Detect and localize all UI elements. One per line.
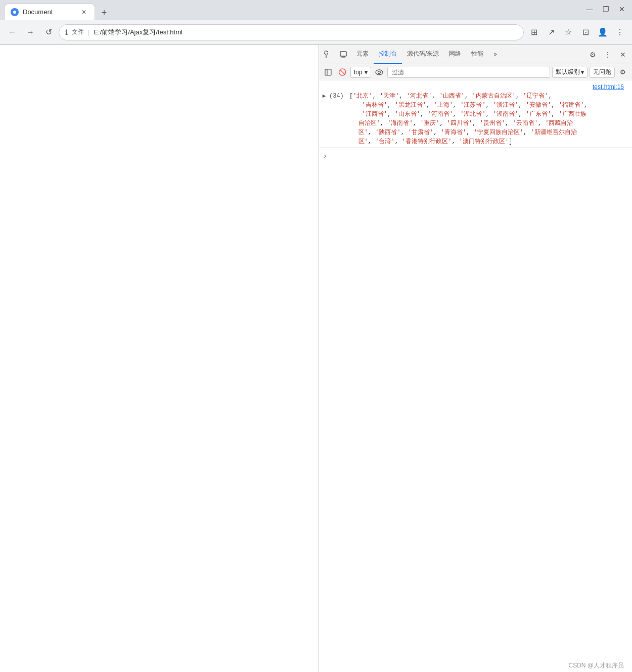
console-string-jiangsu: '江苏省' xyxy=(460,102,485,109)
sidebar-toggle-button[interactable]: ⊡ xyxy=(577,24,594,40)
console-string-gansu: '甘肃省' xyxy=(408,129,433,136)
console-string-taiwan: '台湾' xyxy=(375,138,394,145)
svg-point-9 xyxy=(378,71,380,73)
console-filter-input[interactable] xyxy=(387,67,550,78)
close-window-button[interactable]: ✕ xyxy=(616,3,628,15)
address-url: E:/前端学习/Ajax复习/test.html xyxy=(94,28,183,37)
devtools-settings-button[interactable]: ⚙ xyxy=(585,48,600,62)
console-string-shanxi: '山西省' xyxy=(439,93,465,100)
tab-title: Document xyxy=(23,8,53,16)
browser-tab[interactable]: Document ✕ xyxy=(4,4,95,20)
console-string-shaanxi: '陕西省' xyxy=(375,129,400,136)
console-output: test.html:16 ▶ (34) ['北京', '天津', '河北省', … xyxy=(319,80,632,672)
console-string-hubei: '湖北省' xyxy=(460,111,485,118)
console-string-sichuan: '四川省' xyxy=(447,120,472,127)
console-string-jiangxi: '江西省' xyxy=(362,111,387,118)
console-string-shanghai: '上海' xyxy=(433,102,453,109)
second-arrow-row: › xyxy=(319,148,632,164)
bookmark-button[interactable]: ☆ xyxy=(560,24,576,40)
address-bar[interactable]: ℹ 文件 | E:/前端学习/Ajax复习/test.html xyxy=(59,24,524,40)
devtools-more-vert-button[interactable]: ⋮ xyxy=(601,48,615,62)
console-string-beijing: '北京' xyxy=(353,93,372,100)
svg-rect-5 xyxy=(342,57,345,58)
tab-favicon xyxy=(11,8,19,16)
console-level-selector[interactable]: 默认级别 ▾ xyxy=(552,67,588,78)
console-string-jilin: '吉林省' xyxy=(362,102,387,109)
console-string-guizhou: '贵州省' xyxy=(480,120,505,127)
console-string-tianjin: '天津' xyxy=(380,93,399,100)
devtools-select-icon[interactable] xyxy=(321,48,335,62)
devtools-panel: 元素 控制台 源代码/来源 网络 性能 » ⚙ ⋮ xyxy=(319,45,632,672)
console-eye-button[interactable] xyxy=(373,66,385,78)
toolbar-bar: ← → ↺ ℹ 文件 | E:/前端学习/Ajax复习/test.html ⊞ … xyxy=(0,20,632,44)
tab-console[interactable]: 控制台 xyxy=(374,45,402,64)
console-string-neimenggu: '内蒙古自治区' xyxy=(472,93,515,100)
console-context-selector[interactable]: top ▾ xyxy=(350,67,371,78)
address-info-icon: ℹ xyxy=(65,28,68,36)
console-string-yunnan: '云南省' xyxy=(512,120,537,127)
restore-button[interactable]: ❐ xyxy=(600,3,612,15)
dropdown-arrow-icon: ▾ xyxy=(365,69,368,76)
svg-rect-2 xyxy=(325,51,328,54)
refresh-button[interactable]: ↺ xyxy=(40,24,57,40)
console-expand-arrow[interactable]: ▶ xyxy=(319,92,329,99)
back-button[interactable]: ← xyxy=(4,24,20,40)
footer-text: CSDN @人才程序员 xyxy=(568,662,624,669)
level-dropdown-icon: ▾ xyxy=(581,69,584,76)
svg-rect-6 xyxy=(325,69,331,75)
console-source-link[interactable]: test.html:16 xyxy=(319,82,632,91)
svg-point-8 xyxy=(376,70,383,75)
forward-button[interactable]: → xyxy=(22,24,38,40)
translate-button[interactable]: ⊞ xyxy=(526,24,542,40)
tab-sources[interactable]: 源代码/来源 xyxy=(402,45,444,64)
browser-footer: CSDN @人才程序员 xyxy=(560,659,632,672)
console-count: (34) xyxy=(329,93,344,100)
console-string-anhui: '安徽省' xyxy=(526,102,551,109)
address-file-label: 文件 xyxy=(72,28,84,36)
console-string-henan: '河南省' xyxy=(427,111,453,118)
console-issues-button[interactable]: 无问题 xyxy=(590,67,615,78)
console-toolbar: 🚫 top ▾ 默认级别 ▾ 无问题 ⚙ xyxy=(319,64,632,80)
tab-elements[interactable]: 元素 xyxy=(351,45,374,64)
console-entry: ▶ (34) ['北京', '天津', '河北省', '山西省', '内蒙古自治… xyxy=(319,91,632,148)
console-string-qinghai: '青海省' xyxy=(441,129,466,136)
browser-chrome: Document ✕ + — ❐ ✕ ← → ↺ ℹ 文件 | E:/前端学习/… xyxy=(0,0,632,45)
devtools-device-icon[interactable] xyxy=(336,48,350,62)
profile-button[interactable]: 👤 xyxy=(595,24,611,40)
console-string-ningxia: '宁夏回族自治区' xyxy=(474,129,523,136)
tab-bar: Document ✕ + xyxy=(4,1,111,20)
console-string-shandong: '山东省' xyxy=(395,111,420,118)
address-separator: | xyxy=(88,28,89,36)
console-string-fujian: '福建省' xyxy=(559,102,584,109)
tab-network[interactable]: 网络 xyxy=(444,45,466,64)
page-content xyxy=(0,45,319,672)
devtools-close-button[interactable]: ✕ xyxy=(616,48,630,62)
share-button[interactable]: ↗ xyxy=(543,24,559,40)
console-string-liaoning: '辽宁省' xyxy=(523,93,548,100)
tab-close-button[interactable]: ✕ xyxy=(79,8,88,17)
console-clear-button[interactable]: 🚫 xyxy=(336,66,348,78)
minimize-button[interactable]: — xyxy=(583,3,596,15)
console-string-heilongjiang: '黑龙江省' xyxy=(395,102,426,109)
console-string-hebei: '河北省' xyxy=(407,93,432,100)
console-settings-button[interactable]: ⚙ xyxy=(617,66,629,78)
console-string-hunan: '湖南省' xyxy=(493,111,518,118)
console-entry-text: (34) ['北京', '天津', '河北省', '山西省', '内蒙古自治区'… xyxy=(329,92,630,146)
new-tab-button[interactable]: + xyxy=(97,6,111,20)
page-with-devtools: 元素 控制台 源代码/来源 网络 性能 » ⚙ ⋮ xyxy=(0,45,632,672)
svg-rect-4 xyxy=(340,52,346,56)
tab-performance[interactable]: 性能 xyxy=(466,45,488,64)
console-string-zhejiang: '浙江省' xyxy=(493,102,518,109)
tab-more[interactable]: » xyxy=(488,45,502,64)
toolbar-actions: ⊞ ↗ ☆ ⊡ 👤 ⋮ xyxy=(526,24,628,40)
console-string-hongkong: '香港特别行政区' xyxy=(402,138,452,145)
console-string-hainan: '海南省' xyxy=(387,120,413,127)
title-bar: Document ✕ + — ❐ ✕ xyxy=(0,0,632,20)
devtools-toolbar: 元素 控制台 源代码/来源 网络 性能 » ⚙ ⋮ xyxy=(319,45,632,64)
console-string-chongqing: '重庆' xyxy=(420,120,439,127)
menu-button[interactable]: ⋮ xyxy=(612,24,628,40)
console-sidebar-button[interactable] xyxy=(322,66,334,78)
console-string-macao: '澳门特别行政区' xyxy=(459,138,509,145)
window-controls: — ❐ ✕ xyxy=(583,3,628,17)
second-expand-arrow[interactable]: › xyxy=(319,150,331,162)
